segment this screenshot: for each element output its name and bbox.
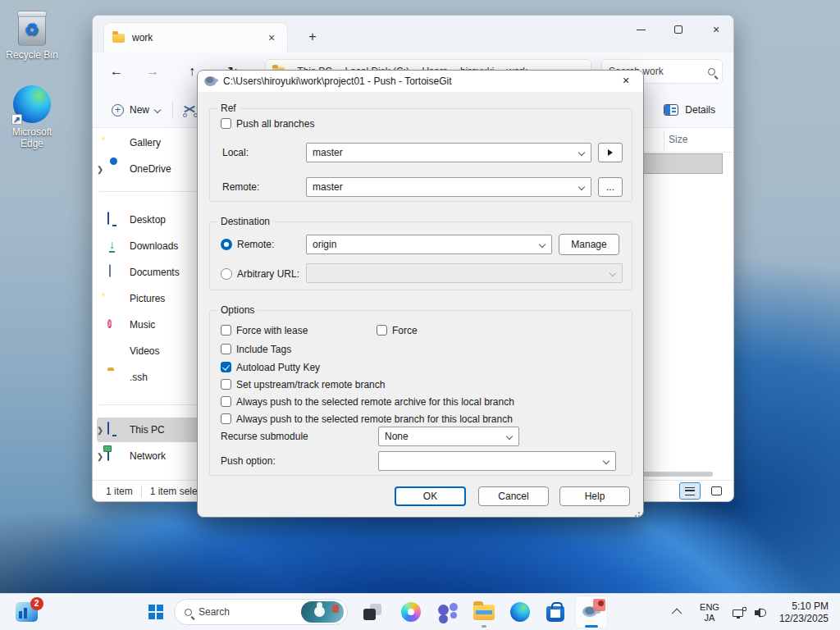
microsoft-store-icon <box>546 606 564 622</box>
explorer-tab-work[interactable]: work × <box>103 22 288 52</box>
force-checkbox[interactable]: Force <box>377 324 418 336</box>
tortoisegit-icon <box>204 76 217 86</box>
desktop-icon-recycle-bin[interactable]: ♻ Recycle Bin <box>0 13 64 61</box>
recurse-submodule-combobox[interactable]: None <box>378 427 519 446</box>
force-with-lease-checkbox[interactable]: Force with lease <box>221 324 308 336</box>
thumbnail-layout-button[interactable] <box>705 482 727 500</box>
autoload-putty-key-checkbox[interactable]: Autoload Putty Key <box>221 361 320 373</box>
volume-icon[interactable] <box>755 607 768 619</box>
task-view-button[interactable] <box>356 596 389 628</box>
always-push-archive-checkbox[interactable]: Always push to the selected remote archi… <box>221 395 514 408</box>
new-button[interactable]: + New <box>103 98 168 122</box>
details-icon <box>664 104 678 116</box>
desktop-icon-edge[interactable]: ↗ Microsoft Edge <box>0 85 64 149</box>
push-all-branches-checkbox[interactable]: Push all branches <box>221 117 314 130</box>
search-highlight-image[interactable] <box>301 601 344 623</box>
column-header-size[interactable]: Size <box>669 134 687 145</box>
tab-close-icon[interactable]: × <box>264 31 279 44</box>
expand-chevron-icon[interactable]: ❯ <box>93 165 107 174</box>
taskbar: 2 Search <box>0 593 840 630</box>
sidebar-item-this-pc[interactable]: ❯ This PC <box>93 418 204 442</box>
teams-icon <box>437 603 459 621</box>
hidden-icons-chevron[interactable] <box>672 609 682 619</box>
local-branch-combobox[interactable]: master <box>306 143 591 162</box>
remote-branch-browse-button[interactable]: ... <box>598 177 623 197</box>
dialog-close-button[interactable]: × <box>617 74 635 89</box>
back-button[interactable]: ← <box>104 59 129 84</box>
file-explorer-icon <box>473 605 495 620</box>
details-view-button[interactable]: Details <box>657 98 722 122</box>
remote-radio[interactable]: Remote: <box>221 238 274 250</box>
teams-button[interactable] <box>431 596 464 628</box>
help-button[interactable]: Help <box>559 486 630 506</box>
widgets-badge: 2 <box>30 597 43 610</box>
dialog-title: C:\Users\hiroyuki\work\project01 - Push … <box>223 75 452 87</box>
copilot-button[interactable] <box>395 596 427 628</box>
sidebar-item-music[interactable]: ♪ Music <box>93 313 204 337</box>
remote-branch-combobox[interactable]: master <box>306 177 591 197</box>
include-tags-checkbox[interactable]: Include Tags <box>221 343 291 355</box>
running-indicator <box>482 625 486 628</box>
sidebar-item-desktop[interactable]: Desktop <box>93 208 204 232</box>
desktop-wallpaper: ♻ Recycle Bin ↗ Microsoft Edge work × + … <box>0 0 840 630</box>
new-tab-button[interactable]: + <box>303 27 322 47</box>
network-icon[interactable] <box>733 607 746 619</box>
widgets-button[interactable]: 2 <box>10 596 43 628</box>
expand-chevron-icon[interactable]: ❯ <box>93 426 107 435</box>
sidebar-item-onedrive[interactable]: ❯ OneDrive <box>93 157 204 181</box>
music-icon: ♪ <box>107 319 112 328</box>
push-option-combobox[interactable] <box>378 451 616 471</box>
search-icon <box>708 68 715 75</box>
task-view-icon <box>363 604 381 620</box>
folder-icon <box>112 34 125 43</box>
sidebar-item-downloads[interactable]: ↓ Downloads <box>93 234 204 258</box>
local-branch-browse-button[interactable] <box>598 143 623 162</box>
forward-button[interactable]: → <box>140 59 165 84</box>
sidebar-item-documents[interactable]: Documents <box>93 260 204 285</box>
explorer-taskbar-button[interactable] <box>468 596 500 628</box>
taskbar-search[interactable]: Search <box>174 599 348 625</box>
manage-button[interactable]: Manage <box>559 234 619 255</box>
expand-chevron-icon[interactable]: ❯ <box>93 452 107 461</box>
edge-taskbar-button[interactable] <box>504 596 536 628</box>
desktop-icon-label: Microsoft Edge <box>0 126 64 149</box>
item-count: 1 item <box>106 486 133 497</box>
copilot-icon <box>401 602 421 622</box>
sidebar-item-gallery[interactable]: Gallery <box>93 130 204 155</box>
notification-badge <box>593 599 605 611</box>
sidebar-item-videos[interactable]: Videos <box>93 339 204 363</box>
tab-title: work <box>132 32 153 43</box>
sidebar-item-network[interactable]: ❯ Network <box>93 444 204 468</box>
desktop-icon-label: Recycle Bin <box>0 49 64 61</box>
window-minimize-button[interactable] <box>622 16 660 43</box>
chevron-down-icon <box>154 107 161 113</box>
dialog-title-bar: C:\Users\hiroyuki\work\project01 - Push … <box>198 71 643 92</box>
arbitrary-url-radio[interactable]: Arbitrary URL: <box>221 267 299 280</box>
clock[interactable]: 5:10 PM 12/23/2025 <box>779 600 829 625</box>
window-maximize-button[interactable] <box>660 16 697 43</box>
details-layout-button[interactable] <box>679 482 701 500</box>
set-upstream-checkbox[interactable]: Set upstream/track remote branch <box>221 378 385 390</box>
store-taskbar-button[interactable] <box>539 596 572 628</box>
windows-logo-icon <box>148 605 163 619</box>
cancel-button[interactable]: Cancel <box>478 486 549 506</box>
language-indicator[interactable]: ENG JA <box>700 602 719 623</box>
plus-icon: + <box>112 104 124 116</box>
local-label: Local: <box>222 147 249 158</box>
tortoisegit-icon <box>581 602 602 622</box>
tray-time: 5:10 PM <box>792 600 829 612</box>
start-button[interactable] <box>139 596 172 628</box>
this-pc-icon <box>107 422 109 435</box>
remote-destination-combobox[interactable]: origin <box>306 235 552 254</box>
system-tray: ENG JA 5:10 PM 12/23/2025 <box>674 594 840 630</box>
always-push-branch-checkbox[interactable]: Always push to the selected remote branc… <box>221 413 513 425</box>
tab-strip: work × + × <box>93 16 733 52</box>
active-indicator <box>585 625 598 628</box>
sidebar-item-pictures[interactable]: Pictures <box>93 286 204 311</box>
window-close-button[interactable]: × <box>697 16 734 43</box>
sidebar-item-ssh[interactable]: .ssh <box>93 365 204 390</box>
ok-button[interactable]: OK <box>395 486 466 506</box>
tortoisegit-taskbar-button[interactable] <box>575 596 608 628</box>
resize-grip[interactable] <box>638 512 640 514</box>
network-icon <box>107 448 109 461</box>
